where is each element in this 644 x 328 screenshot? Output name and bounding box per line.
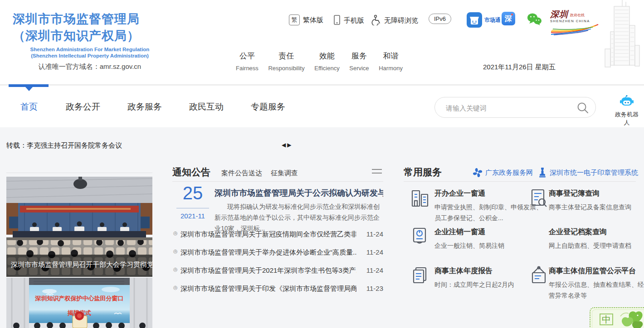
featured-notice-title[interactable]: 深圳市市场监督管理局关于公示拟确认为研发与标... [215,188,383,198]
credit-platform-icon [530,265,549,288]
site-logo-title[interactable]: 深圳市市场监督管理局 （深圳市知识产权局） [13,11,176,44]
ipv6-badge[interactable]: IPv6 [429,14,451,24]
annual-report-icon [410,265,429,288]
i-shenzhen-glyph: 深 [505,14,512,24]
widget-glyph: 中 [600,314,613,325]
services-divider [404,181,636,182]
wechat-link[interactable] [527,13,542,28]
clover-leaves-icon [617,309,644,328]
search-input[interactable] [445,98,569,118]
gov-robot-label: 政务机器人 [612,111,641,127]
logo-title-line1: 深圳市市场监督管理局 [13,11,176,28]
service-desc-credit-platform: 年报公示信息、抽查检查结果、经营异常名录等 [549,279,644,301]
value-cn: 服务 [349,51,369,61]
market-app-icon [466,12,483,28]
ticker-prev-icon[interactable]: ◀ [282,142,287,148]
nav-item-gov-services[interactable]: 政务服务 [127,101,162,113]
sz-logo-tagline: 政府在线 [570,14,585,19]
i-shenzhen-heart-dot [511,14,513,15]
bullet-icon: ◎ [173,248,178,254]
stamp-icon [538,168,547,178]
service-title-registry-query[interactable]: 商事登记簿查询 [549,189,600,198]
value-responsibility: 责任Responsibility [268,51,304,72]
mobile-phone-icon [333,14,341,27]
service-title-business-cancel[interactable]: 企业注销一窗通 [434,227,485,237]
ticker-arrows: ◀▶ [282,142,293,148]
service-title-business-open[interactable]: 开办企业一窗通 [434,189,485,198]
business-cancel-icon [410,227,429,249]
value-en: Efficiency [314,65,339,72]
featured-date-underline [176,208,209,208]
service-title-credit-platform[interactable]: 商事主体信用监管公示平台 [549,266,636,276]
values-row: 公平Fairness 责任Responsibility 效能Efficiency… [236,51,403,72]
nav-item-special-services[interactable]: 专题服务 [251,101,285,113]
value-en: Fairness [236,65,259,72]
sz-logo-english: SHENZHEN CHINA [550,19,601,23]
sz-logo-calligraphy: 深圳 [550,10,568,19]
traditional-label: 繁体版 [303,16,323,24]
news-ticker[interactable]: 转载：李克强主持召开国务院常务会议 [6,141,122,150]
notice-title[interactable]: 深圳市市场监督管理局关于新冠疫情期间全市仅经营乙类非... [181,230,356,239]
mobile-version-link[interactable]: 手机版 [333,14,364,27]
services-section-title: 常用服务 [404,166,442,178]
shenzhen-china-logo[interactable]: 深圳 政府在线 SHENZHEN CHINA [550,10,601,37]
eseal-system-label: 深圳市统一电子印章管理系统 [550,169,638,177]
registry-query-icon [530,188,549,211]
notice-title[interactable]: 深圳市市场监督管理局关于2021年深圳市学生书包等3类产... [181,266,356,275]
value-fairness: 公平Fairness [236,51,259,72]
notice-list-item[interactable]: ◎ 深圳市市场监督管理局关于2021年深圳市学生书包等3类产... 11-24 [0,266,383,285]
wechat-icon [527,13,542,26]
bullet-icon: ◎ [173,285,178,290]
nav-item-interaction[interactable]: 政民互动 [189,101,224,113]
logo-en-line2: (Shenzhen Intellectual Property Administ… [13,53,167,59]
service-title-annual-report[interactable]: 商事主体年度报告 [434,266,493,276]
service-title-archive-query[interactable]: 企业登记档案查询 [549,227,607,237]
building-sketch-image [597,0,644,71]
notice-list-item[interactable]: ◎ 深圳市市场监督管理局关于印发《深圳市市场监督管理局商... 11-23 [0,285,383,303]
notices-more-icon[interactable] [372,169,382,176]
robot-icon [620,95,634,108]
value-en: Harmony [379,65,403,72]
search-icon[interactable] [576,101,589,116]
bullet-icon: ◎ [173,266,178,272]
ticker-next-icon[interactable]: ▶ [287,142,293,148]
featured-notice-day: 25 [175,183,211,203]
notice-date: 11-23 [356,285,383,292]
value-cn: 和谐 [379,51,403,61]
business-open-icon [410,188,429,211]
notice-date: 11-24 [356,248,383,256]
notice-date: 11-24 [356,266,383,274]
i-shenzhen-app-icon[interactable]: 深 [502,12,515,25]
tab-surveys[interactable]: 征集调查 [271,169,298,178]
accessibility-link[interactable]: 无障碍浏览 [371,14,418,27]
gov-robot-button[interactable]: 政务机器人 [612,95,641,127]
logo-en-line1: Shenzhen Administration For Market Regul… [13,46,167,53]
value-cn: 责任 [268,51,304,61]
service-desc-business-cancel: 企业一般注销、简易注销 [434,240,548,251]
site-search [434,97,596,118]
value-en: Responsibility [268,65,304,72]
eseal-system-link[interactable]: 深圳市统一电子印章管理系统 [538,168,638,178]
traditional-version-link[interactable]: 繁 繁体版 [289,14,323,25]
tab-case-announcements[interactable]: 案件公告送达 [221,169,262,178]
guangdong-portal-link[interactable]: 广东政务服务网 [473,168,533,178]
notices-section-title: 通知公告 [172,166,210,178]
notice-title[interactable]: 深圳市市场监督管理局关于举办促进体外诊断企业“高质量... [181,248,356,257]
featured-notice-month: 2021-11 [175,212,211,220]
featured-notice-summary[interactable]: 现将拟确认为研发与标准化同步示范企业和深圳标准创新示范基地的单位予以公示，其中研… [215,201,383,234]
value-cn: 效能 [314,51,339,61]
market-app-link[interactable]: 市场通 [466,12,501,28]
accessibility-label: 无障碍浏览 [384,16,418,25]
service-desc-registry-query: 商事主体登记及备案信息查询 [549,202,644,212]
nav-item-gov-info[interactable]: 政务公开 [66,101,100,113]
notice-date: 11-24 [356,230,383,238]
floating-widget[interactable]: 中 [590,307,644,328]
nav-active-triangle [25,87,33,91]
notice-title[interactable]: 深圳市市场监督管理局关于印发《深圳市市场监督管理局商... [181,285,356,293]
nav-item-home[interactable]: 首页 [20,101,38,113]
traditional-icon: 繁 [289,14,300,25]
notice-list-item[interactable]: ◎ 深圳市市场监督管理局关于新冠疫情期间全市仅经营乙类非... 11-24 [0,230,383,248]
rainbow-swoosh-icon [550,24,600,35]
mobile-label: 手机版 [344,16,364,25]
notice-list-item[interactable]: ◎ 深圳市市场监督管理局关于举办促进体外诊断企业“高质量... 11-24 [0,248,383,266]
